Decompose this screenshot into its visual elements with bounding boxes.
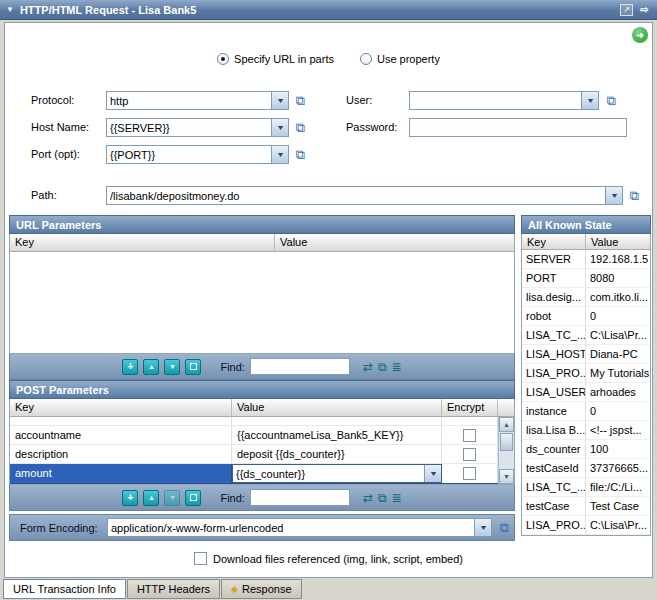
post-encrypt-column-header[interactable]: Encrypt bbox=[442, 399, 498, 416]
post-add-row-button[interactable]: + bbox=[122, 490, 138, 506]
state-row[interactable]: PORT8080 bbox=[522, 269, 650, 288]
scroll-thumb[interactable] bbox=[500, 433, 513, 451]
state-row[interactable]: robot0 bbox=[522, 307, 650, 326]
url-key-column-header[interactable]: Key bbox=[10, 234, 275, 251]
post-list-view-icon[interactable]: ≣ bbox=[392, 490, 402, 506]
state-value: com.itko.li... bbox=[586, 288, 650, 306]
post-copy-rows-icon[interactable]: ⧉ bbox=[378, 490, 387, 506]
post-move-up-button[interactable]: ▲ bbox=[143, 490, 159, 506]
collapse-arrow-icon[interactable]: ▼ bbox=[6, 5, 14, 15]
post-value-column-header[interactable]: Value bbox=[232, 399, 442, 416]
post-param-row-clipped[interactable] bbox=[10, 417, 514, 426]
post-param-row-amount-selected[interactable]: amount bbox=[10, 464, 514, 484]
protocol-dropdown-button[interactable] bbox=[271, 92, 288, 109]
download-files-option[interactable]: Download files referenced (img, link, sc… bbox=[5, 552, 652, 565]
protocol-input[interactable] bbox=[107, 92, 271, 109]
post-delete-row-button[interactable] bbox=[185, 490, 201, 506]
form-encoding-property-icon[interactable]: ⧉ bbox=[497, 520, 512, 535]
tab-http-headers[interactable]: HTTP Headers bbox=[127, 579, 220, 599]
post-key-column-header[interactable]: Key bbox=[10, 399, 232, 416]
state-value: Diana-PC bbox=[586, 345, 650, 363]
url-copy-rows-icon[interactable]: ⧉ bbox=[378, 359, 387, 375]
form-encoding-label: Form Encoding: bbox=[20, 522, 98, 534]
port-dropdown-button[interactable] bbox=[271, 146, 288, 163]
path-property-icon[interactable]: ⧉ bbox=[627, 188, 642, 203]
tab-response[interactable]: ◆ Response bbox=[221, 579, 301, 599]
scroll-up-button[interactable]: ▲ bbox=[499, 417, 514, 432]
host-name-property-icon[interactable]: ⧉ bbox=[293, 120, 308, 135]
param-value-cell: deposit {{ds_counter}} bbox=[232, 445, 442, 463]
password-input[interactable] bbox=[409, 118, 627, 137]
port-input[interactable] bbox=[107, 146, 271, 163]
path-input[interactable] bbox=[107, 187, 605, 204]
host-name-dropdown-button[interactable] bbox=[271, 119, 288, 136]
form-encoding-dropdown-button[interactable] bbox=[474, 519, 491, 536]
accountname-encrypt-checkbox[interactable] bbox=[463, 429, 476, 442]
url-list-view-icon[interactable]: ≣ bbox=[392, 359, 402, 375]
window-titlebar[interactable]: ▼ HTTP/HTML Request - Lisa Bank5 ↗ ⇨ bbox=[0, 0, 657, 20]
port-label: Port (opt): bbox=[31, 148, 80, 160]
state-row[interactable]: testCaseTest Case bbox=[522, 497, 650, 516]
tab-url-transaction-info[interactable]: URL Transaction Info bbox=[3, 579, 126, 599]
post-find-input[interactable] bbox=[250, 489, 350, 506]
post-param-row-description[interactable]: description deposit {{ds_counter}} bbox=[10, 445, 514, 464]
post-vertical-scrollbar[interactable]: ▲ ▼ bbox=[498, 417, 514, 484]
download-files-checkbox[interactable] bbox=[194, 552, 207, 565]
port-property-icon[interactable]: ⧉ bbox=[293, 147, 308, 162]
state-row[interactable]: LISA_TC_...file:/C:/Li... bbox=[522, 478, 650, 497]
amount-value-dropdown-button[interactable] bbox=[424, 465, 441, 482]
state-row[interactable]: SERVER192.168.1.5 bbox=[522, 250, 650, 269]
url-mode-radio-group: Specify URL in parts Use property bbox=[5, 53, 652, 65]
state-row[interactable]: LISA_USERarhoades bbox=[522, 383, 650, 402]
state-row[interactable]: ds_counter100 bbox=[522, 440, 650, 459]
window-title: HTTP/HTML Request - Lisa Bank5 bbox=[20, 4, 196, 16]
radio-use-property[interactable]: Use property bbox=[360, 53, 440, 65]
state-row[interactable]: LISA_PRO...C:\Lisa\Pr... bbox=[522, 516, 650, 535]
download-files-label: Download files referenced (img, link, sc… bbox=[213, 553, 463, 565]
protocol-property-icon[interactable]: ⧉ bbox=[293, 93, 308, 108]
form-encoding-input[interactable] bbox=[108, 519, 474, 536]
user-dropdown-button[interactable] bbox=[581, 92, 598, 109]
state-value: C:\Lisa\Pr... bbox=[586, 516, 650, 534]
forward-arrow-icon[interactable]: ⇨ bbox=[638, 4, 651, 16]
url-value-column-header[interactable]: Value bbox=[275, 234, 514, 251]
state-key: LISA_TC_... bbox=[522, 478, 586, 496]
url-add-row-button[interactable]: + bbox=[122, 359, 138, 375]
scroll-down-button[interactable]: ▼ bbox=[499, 469, 514, 484]
state-row[interactable]: LISA_HOSTDiana-PC bbox=[522, 345, 650, 364]
state-row[interactable]: lisa.desig...com.itko.li... bbox=[522, 288, 650, 307]
path-dropdown-button[interactable] bbox=[605, 187, 622, 204]
url-swap-columns-icon[interactable]: ⇄ bbox=[363, 359, 373, 375]
state-key-column-header[interactable]: Key bbox=[522, 234, 586, 249]
url-delete-row-button[interactable] bbox=[185, 359, 201, 375]
url-find-input[interactable] bbox=[250, 358, 350, 375]
user-label: User: bbox=[346, 94, 372, 106]
amount-value-input[interactable] bbox=[233, 465, 424, 482]
url-parameters-empty-body[interactable] bbox=[10, 252, 514, 354]
state-value: <!-- jspst... bbox=[586, 421, 650, 439]
state-value-column-header[interactable]: Value bbox=[586, 234, 650, 249]
state-row[interactable]: lisa.Lisa B...<!-- jspst... bbox=[522, 421, 650, 440]
amount-encrypt-checkbox[interactable] bbox=[463, 467, 476, 480]
user-input[interactable] bbox=[410, 92, 581, 109]
user-property-icon[interactable]: ⧉ bbox=[604, 93, 619, 108]
radio-unselected-icon bbox=[360, 53, 372, 65]
description-encrypt-checkbox[interactable] bbox=[463, 448, 476, 461]
state-row[interactable]: testCaseId37376665... bbox=[522, 459, 650, 478]
state-value: 100 bbox=[586, 440, 650, 458]
state-row[interactable]: LISA_TC_...C:\Lisa\Pr... bbox=[522, 326, 650, 345]
go-arrow-icon[interactable]: ➜ bbox=[632, 27, 648, 43]
url-move-down-button[interactable]: ▼ bbox=[164, 359, 180, 375]
user-combo bbox=[409, 91, 599, 110]
post-param-row-accountname[interactable]: accountname {{accountnameLisa_Bank5_KEY}… bbox=[10, 426, 514, 445]
radio-specify-url-in-parts[interactable]: Specify URL in parts bbox=[217, 53, 334, 65]
url-move-up-button[interactable]: ▲ bbox=[143, 359, 159, 375]
state-row[interactable]: instance0 bbox=[522, 402, 650, 421]
post-swap-columns-icon[interactable]: ⇄ bbox=[363, 490, 373, 506]
float-window-icon[interactable]: ↗ bbox=[620, 4, 633, 16]
state-key: LISA_TC_... bbox=[522, 326, 586, 344]
post-find-label: Find: bbox=[220, 492, 244, 504]
state-row[interactable]: LISA_PRO...My Tutorials bbox=[522, 364, 650, 383]
post-move-down-button[interactable]: ▼ bbox=[164, 490, 180, 506]
host-name-input[interactable] bbox=[107, 119, 271, 136]
